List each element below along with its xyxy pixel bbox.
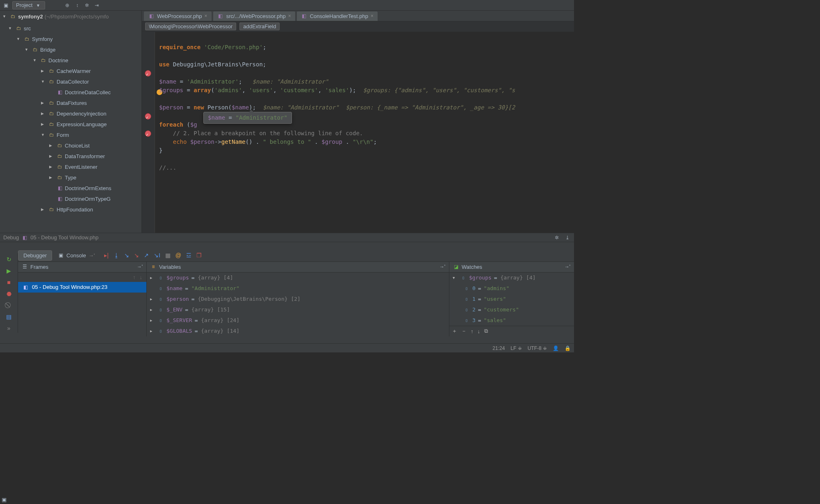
variable-row[interactable]: ▶▯$_ENV = {array} [15] <box>147 304 449 315</box>
run-to-cursor-icon[interactable]: ↘I <box>154 252 160 259</box>
editor-tab[interactable]: ◧ConsoleHandlerTest.php× <box>296 11 378 21</box>
watch-item[interactable]: ▯2 = "customers" <box>449 304 574 315</box>
gear-icon[interactable]: ✲ <box>84 2 90 9</box>
tree-arrow-icon: ▼ <box>25 48 30 52</box>
breakpoint-icon[interactable]: ✓ <box>145 130 151 137</box>
lock-icon[interactable]: 🔒 <box>565 345 571 351</box>
breakpoint-icon[interactable]: ✓ <box>145 113 151 120</box>
show-exec-point-icon[interactable]: ▸| <box>104 252 109 259</box>
tree-item-datafixtures[interactable]: ▶🗀DataFixtures <box>0 98 141 108</box>
pin-icon[interactable]: ❐ <box>196 252 202 259</box>
watch-root[interactable]: ▼▯$groups = {array} [4] <box>449 272 574 283</box>
php-icon: ◧ <box>21 234 28 241</box>
tree-item-choicelist[interactable]: ▶🗀ChoiceList <box>0 140 141 151</box>
add-watch-icon[interactable]: ＋ <box>452 327 457 335</box>
stop-icon[interactable]: ■ <box>5 278 14 287</box>
collapse-icon[interactable]: ⇥ <box>93 2 100 9</box>
frame-up-icon[interactable]: ↑ <box>133 274 136 280</box>
editor-area: ◧WebProcessor.php×◧src/.../WebProcessor.… <box>142 11 574 233</box>
project-root[interactable]: ▼ 🗀 symfony2 (~/PhpstormProjects/symfo <box>0 11 141 22</box>
stack-frame[interactable]: ◧ 05 - Debug Tool Window.php:23 <box>18 282 146 293</box>
watch-up-icon[interactable]: ↑ <box>471 328 474 334</box>
tree-item-cachewarmer[interactable]: ▶🗀CacheWarmer <box>0 66 141 76</box>
tree-item-dependencyinjection[interactable]: ▶🗀DependencyInjection <box>0 108 141 119</box>
tree-item-httpfoundation[interactable]: ▶🗀HttpFoundation <box>0 204 141 215</box>
mute-breakpoints-icon[interactable]: ⃠ <box>5 301 14 310</box>
variable-row[interactable]: ▶▯$GLOBALS = {array} [14] <box>147 326 449 336</box>
breakpoint-icon[interactable]: ✓ <box>145 70 151 77</box>
watch-item[interactable]: ▯3 = "sales" <box>449 315 574 326</box>
tree-item-form[interactable]: ▼🗀Form <box>0 129 141 140</box>
step-over-icon[interactable]: ⭳ <box>114 252 119 259</box>
line-ending[interactable]: LF ≑ <box>510 345 522 351</box>
pane-menu-icon[interactable]: →' <box>564 263 571 270</box>
tree-item-doctrineormtypeg[interactable]: ◧DoctrineOrmTypeG <box>0 193 141 204</box>
tree-item-eventlistener[interactable]: ▶🗀EventListener <box>0 161 141 172</box>
resume-icon[interactable]: ▶ <box>5 266 14 275</box>
tree-arrow-icon: ▼ <box>41 79 47 84</box>
tree-item-bridge[interactable]: ▼🗀Bridge <box>0 44 141 55</box>
project-dropdown[interactable]: Project ▾ <box>12 1 45 9</box>
tree-item-doctrineormextens[interactable]: ◧DoctrineOrmExtens <box>0 183 141 193</box>
gear-icon[interactable]: ✲ <box>554 234 560 241</box>
more-icon[interactable]: » <box>5 324 14 333</box>
evaluate-icon[interactable]: ▦ <box>165 252 171 259</box>
editor-tab[interactable]: ◧WebProcessor.php× <box>144 11 212 21</box>
close-icon[interactable]: × <box>205 13 207 19</box>
copy-watch-icon[interactable]: ⧉ <box>484 328 488 334</box>
close-icon[interactable]: × <box>288 13 291 19</box>
frames-pane: ☰ Frames →' ↑ ↓ ◧ 05 - Debug Tool Window… <box>18 262 147 336</box>
pane-menu-icon[interactable]: →' <box>439 263 446 270</box>
close-icon[interactable]: × <box>371 13 374 19</box>
watch-item[interactable]: ▯0 = "admins" <box>449 283 574 294</box>
variable-row[interactable]: ▯$name = "Administrator" <box>147 283 449 294</box>
variable-row[interactable]: ▶▯$person = {Debugging\JetBrains\Person}… <box>147 294 449 304</box>
inspection-icon[interactable]: 👤 <box>553 345 559 351</box>
tree-arrow-icon: ▼ <box>8 26 14 30</box>
tree-item-label: DoctrineDataCollec <box>65 89 111 95</box>
code-content: require_once 'Code/Person.php'; use Debu… <box>155 32 574 183</box>
php-icon: ◧ <box>148 13 155 19</box>
variables-pane: ≡ Variables →' ▶▯$groups = {array} [4]▯$… <box>147 262 449 336</box>
step-into-icon[interactable]: ↘ <box>124 252 129 259</box>
tab-console[interactable]: ▣ Console →' <box>52 250 100 261</box>
cursor-position: 21:24 <box>492 345 505 351</box>
tree-item-src[interactable]: ▼🗀src <box>0 23 141 34</box>
tree-item-datacollector[interactable]: ▼🗀DataCollector <box>0 76 141 87</box>
frame-down-icon[interactable]: ↓ <box>140 274 143 280</box>
pane-menu-icon[interactable]: →' <box>137 263 143 270</box>
file-encoding[interactable]: UTF-8 ≑ <box>528 345 547 351</box>
breadcrumb-path[interactable]: \Monolog\Processor\WebProcessor <box>145 23 236 30</box>
locate-icon[interactable]: ⊕ <box>64 2 71 9</box>
watch-item[interactable]: ▯1 = "users" <box>449 294 574 304</box>
variable-row[interactable]: ▶▯$groups = {array} [4] <box>147 272 449 283</box>
minimize-icon[interactable]: ⤓ <box>564 234 571 241</box>
force-step-into-icon[interactable]: ↘ <box>134 252 139 259</box>
tree-item-label: ExpressionLanguage <box>57 121 107 127</box>
at-icon[interactable]: @ <box>175 252 181 259</box>
tree-item-label: DoctrineOrmTypeG <box>65 196 111 202</box>
settings-icon[interactable]: ☲ <box>186 252 191 259</box>
var-icon: ▯ <box>157 275 164 281</box>
rerun-icon[interactable]: ↻ <box>5 255 14 264</box>
layout-icon[interactable]: ▤ <box>5 312 14 321</box>
tree-item-doctrinedatacollec[interactable]: ◧DoctrineDataCollec <box>0 87 141 98</box>
tree-item-symfony[interactable]: ▼🗀Symfony <box>0 34 141 44</box>
tree-item-doctrine[interactable]: ▼🗀Doctrine <box>0 55 141 66</box>
tree-item-type[interactable]: ▶🗀Type <box>0 172 141 183</box>
breadcrumb-method[interactable]: addExtraField <box>239 23 280 30</box>
remove-watch-icon[interactable]: － <box>461 327 467 335</box>
editor-tab[interactable]: ◧src/.../WebProcessor.php× <box>213 11 296 21</box>
view-breakpoints-icon[interactable]: ⬣ <box>5 289 14 298</box>
variable-row[interactable]: ▶▯$_SERVER = {array} [24] <box>147 315 449 326</box>
debug-body: ☰ Frames →' ↑ ↓ ◧ 05 - Debug Tool Window… <box>18 262 574 336</box>
watch-down-icon[interactable]: ↓ <box>478 328 481 334</box>
step-out-icon[interactable]: ↗ <box>144 252 149 259</box>
tab-debugger[interactable]: Debugger <box>18 250 52 261</box>
expand-icon[interactable]: ↕ <box>74 2 80 9</box>
tree-arrow-icon: ▶ <box>49 154 55 158</box>
tree-item-expressionlanguage[interactable]: ▶🗀ExpressionLanguage <box>0 119 141 129</box>
php-icon: ◧ <box>301 13 308 19</box>
code-editor[interactable]: ✓ ✓ ✓ require_once 'Code/Person.php'; us… <box>142 32 574 233</box>
tree-item-datatransformer[interactable]: ▶🗀DataTransformer <box>0 151 141 161</box>
